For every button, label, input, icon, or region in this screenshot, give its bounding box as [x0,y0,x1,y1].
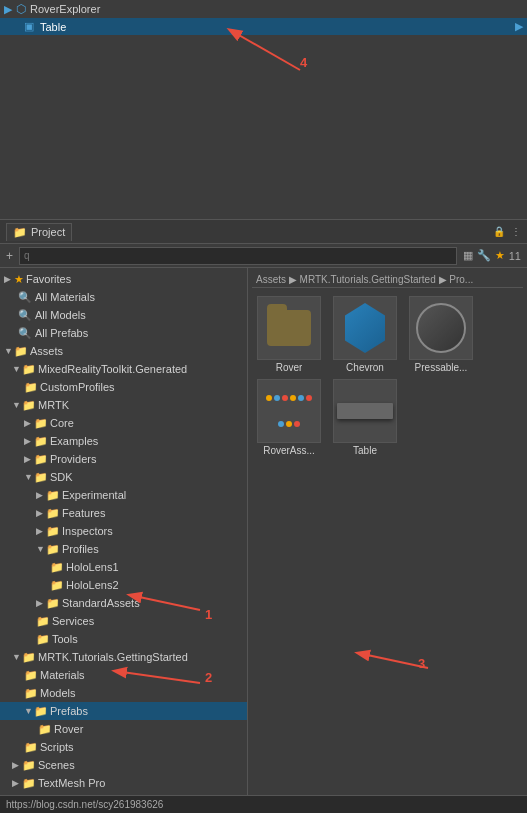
project-header: 📁 Project 🔒 ⋮ [0,220,527,244]
search-input[interactable] [19,247,457,265]
asset-grid: Rover Chevron Pressable... [252,294,523,458]
expand-arrow: ▶ [515,20,523,33]
sa-arrow: ▶ [36,595,46,611]
asset-chevron[interactable]: Chevron [330,296,400,373]
examples-item[interactable]: ▶ 📁 Examples [0,432,247,450]
grid-icon[interactable]: ▦ [463,249,473,262]
table-thumb-container [333,379,397,443]
feat-folder: 📁 [46,505,60,521]
scripts-item[interactable]: 📁 Scripts [0,738,247,756]
scene-icon: ⬡ [16,2,26,16]
tm-arrow: ▶ [12,775,22,791]
mod-folder: 📁 [24,685,38,701]
services-item[interactable]: 📁 Services [0,612,247,630]
star-icon[interactable]: ★ [495,249,505,262]
toolbar: + ▦ 🔧 ★ 11 [0,244,527,268]
scenes-label: Scenes [38,757,75,773]
materials-item[interactable]: 📁 Materials [0,666,247,684]
menu-icon[interactable]: ⋮ [511,226,521,237]
hololens2-label: HoloLens2 [66,577,119,593]
core-item[interactable]: ▶ 📁 Core [0,414,247,432]
sc-arrow: ▶ [12,757,22,773]
exp-arrow: ▶ [36,487,46,503]
rover-label: Rover [276,362,303,373]
table-icon: ▣ [24,20,34,33]
providers-item[interactable]: ▶ 📁 Providers [0,450,247,468]
assets-root[interactable]: ▼ 📁 Assets [0,342,247,360]
tools-folder: 📁 [36,631,50,647]
models-label: Models [40,685,75,701]
rover-explorer-panel: ▶ ⬡ RoverExplorer ▣ Table ▶ 4 [0,0,527,220]
textmesh-item[interactable]: ▶ 📁 TextMesh Pro [0,774,247,792]
models-item[interactable]: 📁 Models [0,684,247,702]
examples-label: Examples [50,433,98,449]
project-tab-label: Project [31,226,65,238]
mrtk-generated-item[interactable]: ▼ 📁 MixedRealityToolkit.Generated [0,360,247,378]
sdk-item[interactable]: ▼ 📁 SDK [0,468,247,486]
svg-line-0 [230,30,300,70]
scr-folder: 📁 [24,739,38,755]
asset-table[interactable]: Table [330,379,400,456]
rover-sub-item[interactable]: 📁 Rover [0,720,247,738]
providers-arrow: ▶ [24,451,34,467]
mrtk-folder: 📁 [22,397,36,413]
pref-folder: 📁 [34,703,48,719]
mrtk-gen-label: MixedRealityToolkit.Generated [38,361,187,377]
pressable-label: Pressable... [415,362,468,373]
rover-explorer-label: RoverExplorer [30,3,100,15]
asset-rover[interactable]: Rover [254,296,324,373]
experimental-item[interactable]: ▶ 📁 Experimental [0,486,247,504]
asset-pressable[interactable]: Pressable... [406,296,476,373]
tutorials-item[interactable]: ▼ 📁 MRTK.Tutorials.GettingStarted [0,648,247,666]
all-materials-item[interactable]: 🔍 All Materials [0,288,247,306]
tutorials-label: MRTK.Tutorials.GettingStarted [38,649,188,665]
favorites-item[interactable]: ▶ ★ Favorites [0,270,247,288]
favorites-star: ★ [14,271,24,287]
insp-arrow: ▶ [36,523,46,539]
filter-icon[interactable]: 🔧 [477,249,491,262]
table-selected-item[interactable]: ▣ Table ▶ [0,18,527,35]
rover-sub-folder: 📁 [38,721,52,737]
features-item[interactable]: ▶ 📁 Features [0,504,247,522]
mrtk-gen-folder: 📁 [22,361,36,377]
count-badge: 11 [509,250,521,262]
add-button[interactable]: + [6,249,13,263]
mrtk-item[interactable]: ▼ 📁 MRTK [0,396,247,414]
svg-line-3 [358,653,428,668]
chevron-thumb-container [333,296,397,360]
hololens2-item[interactable]: 📁 HoloLens2 [0,576,247,594]
main-content: ▶ ★ Favorites 🔍 All Materials 🔍 All Mode… [0,268,527,795]
all-prefabs-item[interactable]: 🔍 All Prefabs [0,324,247,342]
standardassets-item[interactable]: ▶ 📁 StandardAssets [0,594,247,612]
all-models-item[interactable]: 🔍 All Models [0,306,247,324]
materials-label: Materials [40,667,85,683]
search-icon-sm: 🔍 [18,289,32,305]
url-bar: https://blog.csdn.net/scy261983626 [0,795,527,813]
rover-explorer-header: ▶ ⬡ RoverExplorer [0,0,527,18]
inspectors-label: Inspectors [62,523,113,539]
hololens1-item[interactable]: 📁 HoloLens1 [0,558,247,576]
prefabs-item[interactable]: ▼ 📁 Prefabs [0,702,247,720]
tut-arrow: ▼ [12,649,22,665]
asset-roverass[interactable]: RoverAss... [254,379,324,456]
sdk-label: SDK [50,469,73,485]
project-tab[interactable]: 📁 Project [6,223,72,241]
customprofiles-item[interactable]: 📁 CustomProfiles [0,378,247,396]
lock-icon[interactable]: 🔒 [493,226,505,237]
tools-item[interactable]: 📁 Tools [0,630,247,648]
core-folder: 📁 [34,415,48,431]
sc-folder: 📁 [22,757,36,773]
assets-folder-icon: 📁 [14,343,28,359]
rover-sub-label: Rover [54,721,83,737]
customprofiles-label: CustomProfiles [40,379,115,395]
folder-icon: 📁 [13,226,27,239]
inspectors-item[interactable]: ▶ 📁 Inspectors [0,522,247,540]
profiles-item[interactable]: ▼ 📁 Profiles [0,540,247,558]
scripts-label: Scripts [40,739,74,755]
pressable-thumb-container [409,296,473,360]
annotation-3: 3 [418,656,425,671]
collapse-icon[interactable]: ▶ [4,3,12,16]
search-icon-sm2: 🔍 [18,307,32,323]
examples-folder: 📁 [34,433,48,449]
scenes-item[interactable]: ▶ 📁 Scenes [0,756,247,774]
